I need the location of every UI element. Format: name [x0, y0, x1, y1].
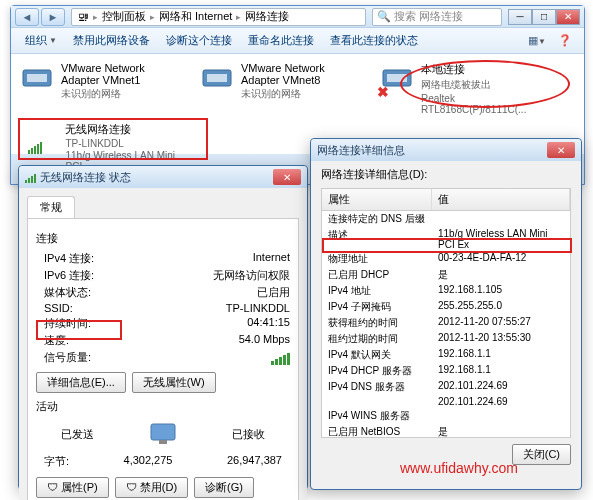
- table-row[interactable]: 连接特定的 DNS 后缀: [322, 211, 570, 227]
- disable-device-button[interactable]: 禁用此网络设备: [67, 31, 156, 50]
- properties-button[interactable]: 🛡 属性(P): [36, 477, 109, 498]
- dialog-titlebar: 网络连接详细信息 ✕: [311, 139, 581, 161]
- wireless-adapter-icon: [28, 122, 59, 158]
- val-cell: 192.168.1.1: [432, 363, 570, 379]
- breadcrumb[interactable]: 🖳 ▸ 控制面板 ▸ 网络和 Internet ▸ 网络连接: [71, 8, 366, 26]
- prop-cell: 物理地址: [322, 251, 432, 267]
- diagnose-button[interactable]: 诊断(G): [194, 477, 254, 498]
- val-cell: 192.168.1.1: [432, 347, 570, 363]
- info-row: 持续时间:04:41:15: [44, 315, 290, 332]
- val-cell: 11b/g Wireless LAN Mini PCI Ex: [432, 227, 570, 251]
- bytes-label: 字节:: [44, 454, 69, 469]
- breadcrumb-item[interactable]: 网络和 Internet: [159, 9, 232, 24]
- val-cell: 202.101.224.69: [432, 395, 570, 408]
- view-status-button[interactable]: 查看此连接的状态: [324, 31, 424, 50]
- prop-cell: 已启用 DHCP: [322, 267, 432, 283]
- info-row: 信号质量:: [44, 349, 290, 366]
- wireless-properties-button[interactable]: 无线属性(W): [132, 372, 216, 393]
- connection-details-dialog: 网络连接详细信息 ✕ 网络连接详细信息(D): 属性 值 连接特定的 DNS 后…: [310, 138, 582, 490]
- val-cell: 192.168.1.105: [432, 283, 570, 299]
- dialog-close-button[interactable]: ✕: [547, 142, 575, 158]
- info-row: SSID:TP-LINKDDL: [44, 301, 290, 315]
- help-button[interactable]: ❓: [554, 32, 576, 49]
- table-row[interactable]: 获得租约的时间2012-11-20 07:55:27: [322, 315, 570, 331]
- maximize-button[interactable]: □: [532, 9, 556, 25]
- section-connection: 连接: [36, 231, 290, 246]
- svg-rect-1: [27, 74, 47, 82]
- table-row[interactable]: IPv4 地址192.168.1.105: [322, 283, 570, 299]
- window-titlebar: ◄ ► 🖳 ▸ 控制面板 ▸ 网络和 Internet ▸ 网络连接 🔍 搜索 …: [11, 6, 584, 28]
- network-adapter-icon: [199, 62, 235, 98]
- prop-cell: 描述: [322, 227, 432, 251]
- table-row[interactable]: IPv4 DHCP 服务器192.168.1.1: [322, 363, 570, 379]
- details-description: 网络连接详细信息(D):: [311, 161, 581, 188]
- diagnose-button[interactable]: 诊断这个连接: [160, 31, 238, 50]
- organize-menu[interactable]: 组织▼: [19, 31, 63, 50]
- table-row[interactable]: 已启用 DHCP是: [322, 267, 570, 283]
- val-cell: [432, 408, 570, 424]
- col-property[interactable]: 属性: [322, 189, 432, 210]
- close-button[interactable]: 关闭(C): [512, 444, 571, 465]
- prop-cell: 已启用 NetBIOS ove...: [322, 424, 432, 438]
- adapter-title: VMware Network Adapter VMnet1: [61, 62, 179, 86]
- val-cell: 00-23-4E-DA-FA-12: [432, 251, 570, 267]
- val-cell: 2012-11-20 13:55:30: [432, 331, 570, 347]
- table-row[interactable]: IPv4 WINS 服务器: [322, 408, 570, 424]
- nav-forward-button[interactable]: ►: [41, 8, 65, 26]
- adapter-status: 未识别的网络: [241, 87, 359, 101]
- val-cell: 是: [432, 267, 570, 283]
- table-row[interactable]: IPv4 默认网关192.168.1.1: [322, 347, 570, 363]
- table-row[interactable]: 描述11b/g Wireless LAN Mini PCI Ex: [322, 227, 570, 251]
- table-row[interactable]: IPv4 子网掩码255.255.255.0: [322, 299, 570, 315]
- adapter-title: 无线网络连接: [65, 122, 188, 137]
- tab-general[interactable]: 常规: [27, 196, 75, 218]
- breadcrumb-item[interactable]: 网络连接: [245, 9, 289, 24]
- info-row: 媒体状态:已启用: [44, 284, 290, 301]
- rename-button[interactable]: 重命名此连接: [242, 31, 320, 50]
- search-input[interactable]: 🔍 搜索 网络连接: [372, 8, 502, 26]
- network-adapter-icon: ✖: [379, 62, 415, 98]
- table-row[interactable]: IPv4 DNS 服务器202.101.224.69: [322, 379, 570, 395]
- adapter-device: Realtek RTL8168C(P)/8111C(...: [421, 93, 539, 115]
- prop-cell: IPv4 WINS 服务器: [322, 408, 432, 424]
- dialog-titlebar: 无线网络连接 状态 ✕: [19, 166, 307, 188]
- svg-rect-7: [159, 440, 167, 444]
- col-value[interactable]: 值: [432, 189, 570, 210]
- signal-strength-icon: [271, 350, 290, 365]
- breadcrumb-item[interactable]: 控制面板: [102, 9, 146, 24]
- val-cell: 255.255.255.0: [432, 299, 570, 315]
- table-row[interactable]: 物理地址00-23-4E-DA-FA-12: [322, 251, 570, 267]
- prop-cell: IPv4 DNS 服务器: [322, 379, 432, 395]
- table-row[interactable]: 租约过期的时间2012-11-20 13:55:30: [322, 331, 570, 347]
- dialog-close-button[interactable]: ✕: [273, 169, 301, 185]
- prop-cell: 租约过期的时间: [322, 331, 432, 347]
- info-row: IPv6 连接:无网络访问权限: [44, 267, 290, 284]
- adapter-status: 网络电缆被拔出: [421, 78, 539, 92]
- prop-cell: 连接特定的 DNS 后缀: [322, 211, 432, 227]
- prop-cell: 获得租约的时间: [322, 315, 432, 331]
- table-row[interactable]: 202.101.224.69: [322, 395, 570, 408]
- disable-button[interactable]: 🛡 禁用(D): [115, 477, 188, 498]
- prop-cell: IPv4 地址: [322, 283, 432, 299]
- table-row[interactable]: 已启用 NetBIOS ove...是: [322, 424, 570, 438]
- details-button[interactable]: 详细信息(E)...: [36, 372, 126, 393]
- adapter-title: 本地连接: [421, 62, 539, 77]
- network-adapter-icon: [19, 62, 55, 98]
- info-row: 速度:54.0 Mbps: [44, 332, 290, 349]
- view-options-button[interactable]: ▦▼: [524, 32, 550, 49]
- activity-icon: [145, 420, 181, 448]
- adapter-title: VMware Network Adapter VMnet8: [241, 62, 359, 86]
- info-row: IPv4 连接:Internet: [44, 250, 290, 267]
- close-button[interactable]: ✕: [556, 9, 580, 25]
- nav-back-button[interactable]: ◄: [15, 8, 39, 26]
- adapter-vmnet8[interactable]: VMware Network Adapter VMnet8 未识别的网络: [199, 62, 359, 146]
- breadcrumb-icon: 🖳: [78, 11, 89, 23]
- adapter-status: 未识别的网络: [61, 87, 179, 101]
- svg-rect-3: [207, 74, 227, 82]
- val-cell: 2012-11-20 07:55:27: [432, 315, 570, 331]
- prop-cell: IPv4 子网掩码: [322, 299, 432, 315]
- received-label: 已接收: [232, 427, 265, 442]
- adapter-local[interactable]: ✖ 本地连接 网络电缆被拔出 Realtek RTL8168C(P)/8111C…: [379, 62, 539, 146]
- disconnected-icon: ✖: [377, 84, 389, 100]
- minimize-button[interactable]: ─: [508, 9, 532, 25]
